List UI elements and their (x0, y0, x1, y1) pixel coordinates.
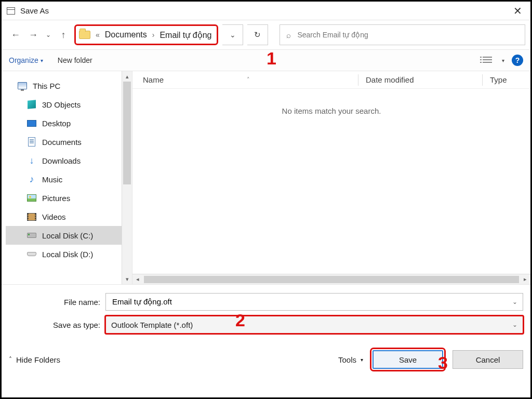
desktop-icon (26, 118, 37, 128)
sidebar-item-label: Music (42, 175, 62, 184)
arrow-up-icon: ↑ (61, 30, 66, 41)
folder-icon (79, 31, 90, 39)
sidebar-item-label: Videos (42, 212, 66, 221)
refresh-button[interactable]: ↻ (247, 24, 268, 45)
window-icon (7, 7, 15, 15)
hide-folders-button[interactable]: ˄ Hide Folders (9, 355, 60, 364)
scrollbar-thumb[interactable] (123, 82, 131, 184)
sort-asc-icon: ˄ (247, 76, 250, 83)
sidebar-item-label: 3D Objects (42, 100, 81, 109)
column-headers: Name ˄ Date modified Type (132, 71, 530, 89)
caret-down-icon: ▾ (361, 357, 363, 363)
search-input[interactable]: ⌕ Search Email tự động (280, 24, 525, 45)
arrow-left-icon: ← (11, 30, 20, 41)
organize-label: Organize (9, 56, 38, 64)
sidebar-item-local-disk-c[interactable]: Local Disk (C:) (6, 226, 122, 245)
column-header-name[interactable]: Name ˄ (132, 75, 358, 84)
arrow-right-icon: → (29, 30, 38, 41)
savetype-label: Save as type: (9, 321, 105, 329)
sidebar-item-pictures[interactable]: Pictures (6, 189, 122, 207)
scroll-down-icon[interactable]: ▾ (122, 274, 132, 284)
sidebar-scrollbar[interactable]: ▴ ▾ (122, 71, 132, 284)
sidebar-item-documents[interactable]: Documents (6, 132, 122, 151)
refresh-icon: ↻ (254, 30, 261, 39)
scroll-right-icon[interactable]: ▸ (520, 276, 530, 283)
filename-input[interactable]: ⌄ (105, 293, 523, 311)
annotation-3: 3 (438, 353, 448, 373)
column-header-date[interactable]: Date modified (358, 75, 482, 84)
file-pane: Name ˄ Date modified Type No items match… (132, 71, 530, 284)
main-area: This PC 3D Objects Desktop Documents ↓ D… (2, 71, 530, 284)
close-button[interactable]: ✕ (510, 5, 525, 17)
search-icon: ⌕ (286, 31, 291, 39)
chevron-down-icon[interactable]: ⌄ (512, 298, 517, 305)
videos-icon (26, 212, 37, 221)
organize-menu[interactable]: Organize ▾ (9, 56, 43, 64)
sidebar-item-label: Documents (42, 138, 82, 147)
sidebar-item-label: This PC (33, 82, 60, 90)
breadcrumb[interactable]: « Documents › Email tự động (74, 24, 218, 45)
annotation-2: 2 (235, 310, 245, 330)
sidebar-item-3d-objects[interactable]: 3D Objects (6, 95, 122, 114)
chevron-down-icon[interactable]: ⌄ (512, 321, 517, 328)
view-options-button[interactable] (480, 55, 495, 66)
sidebar-item-local-disk-d[interactable]: Local Disk (D:) (6, 245, 122, 263)
disk-icon (26, 249, 37, 259)
breadcrumb-dropdown-button[interactable]: ⌄ (222, 24, 243, 45)
help-icon: ? (515, 56, 520, 64)
sidebar-item-downloads[interactable]: ↓ Downloads (6, 151, 122, 170)
breadcrumb-part-documents[interactable]: Documents (105, 30, 147, 39)
scrollbar-track[interactable] (122, 184, 132, 274)
filename-field[interactable] (111, 297, 512, 307)
save-as-dialog: Save As ✕ ← → ⌄ ↑ « Documents › Email tự… (0, 0, 532, 399)
back-button[interactable]: ← (9, 26, 22, 43)
chevron-down-icon: ⌄ (46, 31, 51, 38)
action-bar: ˄ Hide Folders Tools ▾ Save Cancel (2, 339, 530, 376)
this-pc-icon (17, 81, 28, 90)
sidebar-item-videos[interactable]: Videos (6, 207, 122, 226)
savetype-value: Outlook Template (*.oft) (111, 321, 193, 329)
sidebar-item-this-pc[interactable]: This PC (6, 76, 122, 95)
list-view-icon (483, 57, 492, 64)
breadcrumb-part-current[interactable]: Email tự động (159, 30, 211, 40)
toolbar: Organize ▾ New folder ▾ ? (2, 49, 530, 71)
up-button[interactable]: ↑ (57, 26, 70, 43)
caret-down-icon[interactable]: ▾ (502, 58, 504, 63)
disk-icon (26, 231, 37, 240)
tools-label: Tools (338, 355, 356, 364)
document-icon (26, 137, 37, 147)
nav-row: ← → ⌄ ↑ « Documents › Email tự động ⌄ ↻ … (2, 20, 530, 49)
chevron-down-icon: ⌄ (230, 31, 236, 39)
chevron-right-icon: › (152, 31, 155, 39)
sidebar: This PC 3D Objects Desktop Documents ↓ D… (2, 71, 122, 284)
download-icon: ↓ (26, 156, 37, 165)
scrollbar-thumb[interactable] (144, 276, 519, 283)
form-area: File name: ⌄ Save as type: Outlook Templ… (2, 284, 530, 334)
annotation-1: 1 (267, 48, 276, 69)
column-header-type[interactable]: Type (483, 75, 530, 84)
search-placeholder: Search Email tự động (297, 31, 368, 39)
filename-label: File name: (9, 298, 105, 307)
music-icon: ♪ (26, 175, 37, 184)
new-folder-button[interactable]: New folder (58, 56, 92, 64)
hide-folders-label: Hide Folders (16, 355, 60, 364)
sidebar-item-desktop[interactable]: Desktop (6, 114, 122, 132)
tools-menu[interactable]: Tools ▾ (338, 355, 363, 364)
savetype-select[interactable]: Outlook Template (*.oft) ⌄ (105, 316, 523, 334)
save-button[interactable]: Save (373, 350, 443, 369)
pictures-icon (26, 193, 37, 203)
sidebar-item-label: Pictures (42, 194, 70, 203)
horizontal-scrollbar[interactable]: ◂ ▸ (132, 274, 530, 284)
sidebar-item-label: Local Disk (D:) (42, 250, 93, 259)
scroll-left-icon[interactable]: ◂ (132, 276, 143, 283)
sidebar-item-label: Downloads (42, 156, 81, 165)
sidebar-item-music[interactable]: ♪ Music (6, 170, 122, 189)
scroll-up-icon[interactable]: ▴ (122, 71, 132, 82)
recent-locations-button[interactable]: ⌄ (44, 26, 52, 43)
forward-button[interactable]: → (26, 26, 40, 43)
chevron-up-icon: ˄ (9, 356, 12, 363)
column-label: Name (143, 75, 164, 84)
cancel-button[interactable]: Cancel (453, 350, 523, 369)
help-button[interactable]: ? (512, 55, 523, 66)
titlebar: Save As ✕ (2, 2, 530, 20)
